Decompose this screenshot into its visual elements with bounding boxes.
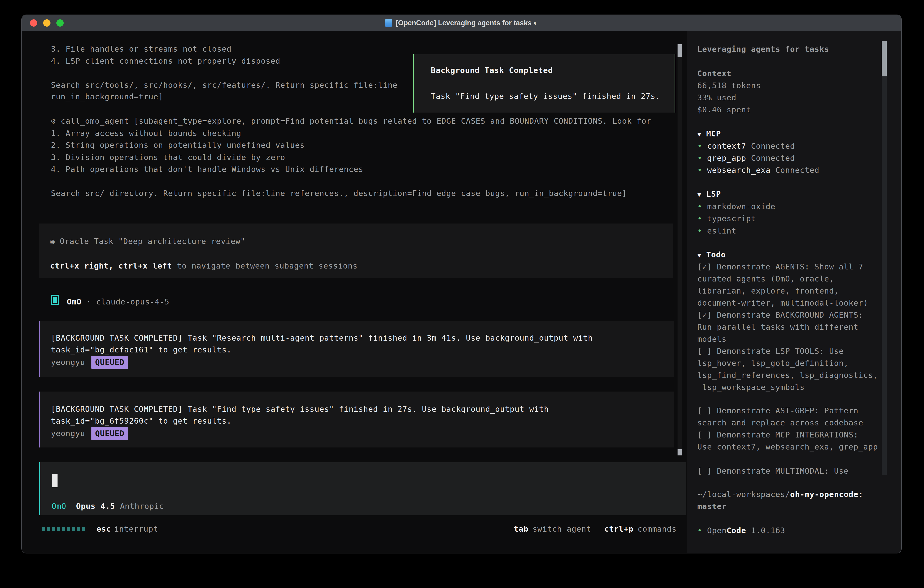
document-icon <box>385 19 392 27</box>
record-icon: ◉ <box>50 237 55 246</box>
lsp-item: • typescript <box>697 213 756 225</box>
tab-key-label: switch agent <box>533 524 591 533</box>
todo-line-pending: Use context7, websearch_exa, grep_app <box>697 441 878 453</box>
esc-key-label: interrupt <box>114 524 158 533</box>
todo-line-done: curated agents (OmO, oracle, <box>697 273 834 285</box>
task-result-block: [BACKGROUND TASK COMPLETED] Task "Resear… <box>39 321 674 377</box>
mcp-item: • context7 Connected <box>697 140 795 152</box>
context-used: 33% used <box>697 92 736 104</box>
task-line: task_id="bg_6f59260c" to get results. <box>51 415 231 427</box>
todo-line-done: document-writer, multimodal-looker) <box>697 297 868 309</box>
input-model-line: OmO Opus 4.5 Anthropic <box>52 500 164 512</box>
terminal-main: 3. File handles or streams not closed 4.… <box>22 31 687 553</box>
main-scrollbar-track[interactable] <box>678 45 682 455</box>
task-line: [BACKGROUND TASK COMPLETED] Task "Find t… <box>51 403 549 415</box>
statusbar-right: tab switch agent ctrl+p commands <box>514 524 676 533</box>
status-dot-icon: • <box>697 202 702 211</box>
workspace-path: ~/local-workspaces/oh-my-opencode: <box>697 489 863 500</box>
version-line: • OpenCode 1.0.163 <box>697 525 785 537</box>
activity-dots <box>42 527 85 531</box>
todo-line-active: lsp_find_references, lsp_diagnostics, <box>697 369 878 381</box>
todo-line-done: models <box>697 333 727 345</box>
lsp-item: • markdown-oxide <box>697 201 776 213</box>
context-tokens: 66,518 tokens <box>697 79 761 92</box>
traffic-lights <box>30 19 64 26</box>
status-dot-icon: • <box>697 526 702 535</box>
todo-section-header[interactable]: ▼ Todo <box>697 249 726 261</box>
background-task-toast: Background Task Completed Task "Find typ… <box>413 55 675 112</box>
statusbar-left: esc interrupt <box>42 524 158 533</box>
mcp-section-header[interactable]: ▼ MCP <box>697 128 721 140</box>
todo-line-active: lsp_hover, lsp_goto_definition, <box>697 357 849 369</box>
terminal-line: Search src/tools/, src/hooks/, src/featu… <box>51 79 398 91</box>
todo-line-active: [ ] Demonstrate LSP TOOLS: Use <box>697 345 844 357</box>
context-spent: $0.46 spent <box>697 104 751 116</box>
tool-call-item: 1. Array access without bounds checking <box>51 127 241 139</box>
mcp-item: • grep_app Connected <box>697 152 795 164</box>
todo-line-done: Run parallel tasks with different <box>697 321 858 333</box>
oracle-task-block: ◉ Oracle Task "Deep architecture review"… <box>39 223 673 277</box>
todo-line-pending: [ ] Demonstrate MULTIMODAL: Use <box>697 465 849 477</box>
mcp-item: • websearch_exa Connected <box>697 164 819 176</box>
status-dot-icon: • <box>697 165 702 175</box>
todo-line-done: librarian, explore, frontend, <box>697 285 839 297</box>
ctrlp-key-label: commands <box>637 524 676 533</box>
agent-header: OmO · claude-opus-4-5 <box>67 296 169 308</box>
toast-title: Background Task Completed <box>431 64 553 76</box>
lsp-item: • eslint <box>697 225 736 237</box>
close-button[interactable] <box>30 19 37 26</box>
todo-line-done: [✓] Demonstrate BACKGROUND AGENTS: <box>697 309 863 321</box>
task-line: [BACKGROUND TASK COMPLETED] Task "Resear… <box>51 332 593 344</box>
terminal-line: run_in_background=true] <box>51 91 163 103</box>
todo-line-pending: search and replace across codebase <box>697 417 863 429</box>
queued-badge: QUEUED <box>91 427 128 440</box>
window-title: [OpenCode] Leveraging agents for tasks ◐ <box>396 19 538 27</box>
task-meta-line: yeongyuQUEUED <box>51 356 128 369</box>
esc-key-hint: esc <box>96 524 111 533</box>
status-dot-icon: • <box>697 141 702 150</box>
chevron-down-icon: ▼ <box>697 191 701 198</box>
tool-call-line: ⚙ call_omo_agent [subagent_type=explore,… <box>51 115 652 127</box>
session-sidebar: Leveraging agents for tasks Context 66,5… <box>687 31 901 553</box>
task-result-block: [BACKGROUND TASK COMPLETED] Task "Find t… <box>39 391 674 448</box>
tab-key-hint: tab <box>514 524 528 533</box>
tool-call-item: 3. Division operations that could divide… <box>51 152 285 164</box>
todo-line-done: [✓] Demonstrate AGENTS: Show all 7 <box>697 261 863 273</box>
status-dot-icon: • <box>697 214 702 223</box>
tool-call-item: 4. Path operations that don't handle Win… <box>51 163 363 175</box>
tool-call-closing: Search src/ directory. Return specific f… <box>51 187 627 200</box>
terminal-line: 3. File handles or streams not closed <box>51 43 231 55</box>
queued-badge: QUEUED <box>91 356 128 369</box>
chevron-down-icon: ▼ <box>697 130 701 138</box>
app-window: [OpenCode] Leveraging agents for tasks ◐… <box>21 15 902 553</box>
status-dot-icon: • <box>697 154 702 163</box>
ctrlp-key-hint: ctrl+p <box>604 524 634 533</box>
tool-call-item: 2. String operations on potentially unde… <box>51 139 305 151</box>
todo-line-active: lsp_workspace_symbols <box>697 381 805 393</box>
sidebar-scrollbar-thumb[interactable] <box>882 41 887 76</box>
oracle-hint-line: ctrl+x right, ctrl+x left to navigate be… <box>50 260 358 272</box>
text-cursor <box>52 474 58 487</box>
oracle-title-line: ◉ Oracle Task "Deep architecture review" <box>50 235 245 248</box>
main-scrollbar-thumb[interactable] <box>678 45 682 57</box>
toast-body: Task "Find type safety issues" finished … <box>431 90 660 102</box>
task-meta-line: yeongyuQUEUED <box>51 427 128 440</box>
gear-icon: ⚙ <box>51 116 56 126</box>
lsp-section-header[interactable]: ▼ LSP <box>697 188 721 201</box>
todo-line-pending: [ ] Demonstrate MCP INTEGRATIONS: <box>697 429 858 441</box>
status-dot-icon: • <box>697 226 702 235</box>
prompt-input[interactable]: OmO Opus 4.5 Anthropic <box>39 462 686 515</box>
chevron-down-icon: ▼ <box>697 251 701 259</box>
title-bar: [OpenCode] Leveraging agents for tasks ◐ <box>22 15 901 31</box>
main-scrollbar-thumb[interactable] <box>678 449 682 456</box>
minimize-button[interactable] <box>43 19 51 26</box>
workspace-branch: master <box>697 500 727 512</box>
terminal-line: 4. LSP client connections not properly d… <box>51 55 280 67</box>
session-title: Leveraging agents for tasks <box>697 43 829 55</box>
sidebar-scrollbar-track[interactable] <box>882 41 887 475</box>
task-line: task_id="bg_dcfac161" to get results. <box>51 344 231 356</box>
agent-icon <box>51 295 59 305</box>
context-heading: Context <box>697 68 731 79</box>
zoom-button[interactable] <box>56 19 64 26</box>
todo-line-pending: [ ] Demonstrate AST-GREP: Pattern <box>697 405 858 417</box>
